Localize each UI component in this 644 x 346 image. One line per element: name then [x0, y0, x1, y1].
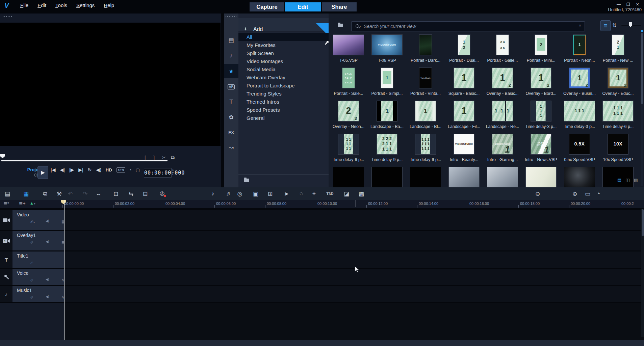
copy-button[interactable]: ⧉ — [41, 189, 49, 198]
speaker-icon[interactable]: ◀) — [46, 295, 49, 298]
gallery-item[interactable]: 1Square - Basic... — [445, 68, 483, 101]
gallery-item[interactable]: 2Portrait - Mini... — [522, 34, 560, 68]
view-mode-button[interactable]: ≣ — [600, 20, 611, 31]
nav-motion-path[interactable]: ↝ — [224, 140, 238, 154]
menu-help[interactable]: Help — [104, 2, 114, 8]
gallery-item[interactable]: 2 1Portrait - New ... — [599, 34, 637, 68]
gallery-item[interactable]: 1Landscape - Fil... — [445, 101, 483, 134]
browse-row[interactable]: Browse — [238, 175, 329, 188]
gallery-item[interactable]: 1 1 1 1 1 1Time delay-6 p... — [329, 134, 368, 167]
mask-creator-button[interactable]: ◌ — [297, 189, 306, 198]
split-button[interactable]: ⇆ — [127, 189, 135, 198]
gallery-item[interactable]: 1 2Portrait - Dual... — [445, 34, 483, 68]
timecode-stepper[interactable]: ▴▾ — [172, 168, 174, 174]
gallery-item[interactable]: 1 1 1Time delay-3 p... — [522, 101, 560, 134]
preview-timecode[interactable]: 00:00:00.000 — [144, 168, 172, 178]
playhead-line[interactable] — [64, 200, 65, 340]
panel-drag-handle[interactable] — [3, 16, 13, 17]
zoom-in-button[interactable]: ⊕ — [570, 189, 579, 198]
track-header-overlay1[interactable]: Overlay1∞◀)▦ — [12, 231, 64, 250]
nav-transitions[interactable]: AB — [224, 80, 238, 94]
sound-mixer-button[interactable]: ♪ — [208, 189, 217, 198]
mask-frame-button[interactable]: ◪ — [342, 189, 351, 198]
previous-frame-button[interactable]: ◀| — [60, 167, 65, 172]
tab-edit[interactable]: Edit — [285, 2, 321, 11]
gallery-item[interactable]: Portrait - Dark... — [406, 34, 445, 68]
gallery-scrollbar-thumb[interactable] — [641, 33, 643, 104]
nav-graphics[interactable]: ✿ — [224, 110, 238, 124]
gallery-item[interactable]: VIDEOSTUDIOIntro - Beauty... — [445, 134, 483, 167]
mark-in-button[interactable]: [ — [145, 155, 146, 160]
split-clip-button[interactable]: ✂ — [162, 155, 166, 161]
gallery-item[interactable] — [599, 167, 637, 187]
category-speed-presets[interactable]: Speed Presets — [238, 106, 329, 114]
motion-tracking-button[interactable]: ⌖ — [310, 189, 318, 198]
category-themed-intros[interactable]: Themed Intros — [238, 98, 329, 106]
speaker-icon[interactable]: ◀) — [46, 240, 49, 243]
gallery-item[interactable]: 2 2 2 2 1 1 1 1 1Time delay-9 p... — [368, 134, 406, 167]
project-duration-button[interactable]: ◔ — [594, 189, 603, 198]
gallery-item[interactable] — [329, 167, 368, 187]
speaker-icon[interactable]: ◀) — [46, 277, 49, 281]
link-icon[interactable]: ∞▾ — [30, 219, 35, 224]
selection-tool-button[interactable]: ▢ — [136, 167, 140, 172]
volume-button[interactable]: ◀) — [96, 167, 101, 172]
gallery-scroll-up[interactable] — [641, 30, 643, 32]
timeline-vscrollbar-thumb[interactable] — [642, 209, 644, 236]
home-button[interactable]: |◀ — [51, 167, 55, 172]
track-header-video[interactable]: Video∞▾◀)▦ — [12, 210, 64, 230]
zoom-out-button[interactable]: ⊖ — [533, 189, 542, 198]
tab-capture[interactable]: Capture — [250, 2, 284, 11]
stretch-button[interactable]: ⊟ — [141, 189, 150, 198]
end-button[interactable]: ▶| — [78, 167, 83, 172]
gallery-item[interactable]: 1Portrait - Neon... — [560, 34, 599, 68]
menu-tools[interactable]: Tools — [55, 2, 67, 8]
gallery-item[interactable]: 12Overlay - Bord... — [522, 68, 560, 101]
add-track-button[interactable]: ≣± — [19, 201, 25, 206]
gallery-item[interactable] — [483, 167, 522, 187]
blend-effect-button[interactable]: ◎ — [235, 189, 244, 198]
link-icon[interactable]: ∞ — [30, 295, 33, 300]
minimize-button[interactable]: — — [617, 2, 621, 7]
gallery-item[interactable]: 1Landscape - Bl... — [406, 101, 445, 134]
sort-button[interactable]: ⇅ — [612, 22, 617, 28]
track-content-overlay1[interactable] — [64, 231, 644, 250]
gallery-item[interactable]: T-05.VSP — [329, 34, 368, 68]
category-trending-styles[interactable]: Trending Styles — [238, 90, 329, 98]
category-my-favorites[interactable]: My Favorites — [238, 41, 329, 49]
mark-out-button[interactable]: ] — [153, 155, 155, 160]
category-social-media[interactable]: Social Media — [238, 65, 329, 74]
nav-instant-project[interactable]: ★ — [224, 64, 238, 78]
record-capture-button[interactable]: ✇ — [158, 189, 166, 198]
gallery-item[interactable]: 12Overlay - Educ... — [599, 68, 637, 101]
panel-drag-handle[interactable] — [226, 16, 237, 17]
next-frame-button[interactable]: |▶ — [69, 167, 74, 172]
close-button[interactable]: ✕ — [636, 2, 639, 7]
category-video-montages[interactable]: Video Montages — [238, 57, 329, 65]
repeat-button[interactable]: ↻ — [88, 167, 92, 172]
auto-music-button[interactable]: ♬ — [225, 189, 233, 198]
edit-info-icon[interactable]: ▨ — [634, 178, 638, 183]
track-content-music1[interactable] — [64, 286, 644, 302]
menu-settings[interactable]: Settings — [76, 2, 95, 8]
track-manager-button[interactable]: ≣* — [3, 201, 9, 206]
multicam-editor-button[interactable]: ▩ — [357, 189, 366, 198]
3d-title-button[interactable]: T3D — [326, 189, 334, 198]
nav-audio[interactable]: ♪ — [224, 49, 238, 63]
add-header[interactable]: + Add — [238, 18, 329, 31]
track-header-voice[interactable]: Voice∞◀)∿ — [12, 269, 64, 285]
gallery-item[interactable]: SALE SALE SALEPortrait - Sale... — [329, 68, 368, 101]
category-split-screen[interactable]: Split Screen — [238, 49, 329, 57]
tab-share[interactable]: Share — [322, 2, 357, 11]
track-header-title1[interactable]: Title1∞ — [12, 251, 64, 268]
nav-titles[interactable]: T — [224, 95, 238, 109]
aspect-caret-icon[interactable]: ▾ — [130, 168, 131, 171]
gallery-item[interactable]: 1Portrait - Simpl... — [368, 68, 406, 101]
search-input[interactable] — [363, 22, 570, 30]
category-all[interactable]: All — [238, 33, 329, 41]
gallery-item[interactable]: 2 4 3 6Portrait - Galle... — [483, 34, 522, 68]
fit-timeline-window-button[interactable]: ▭ — [583, 189, 592, 198]
speed-button[interactable]: ➤ — [282, 189, 291, 198]
gallery-item[interactable]: 12Overlay - Busin... — [560, 68, 599, 101]
restore-button[interactable]: ❐ — [626, 2, 630, 7]
